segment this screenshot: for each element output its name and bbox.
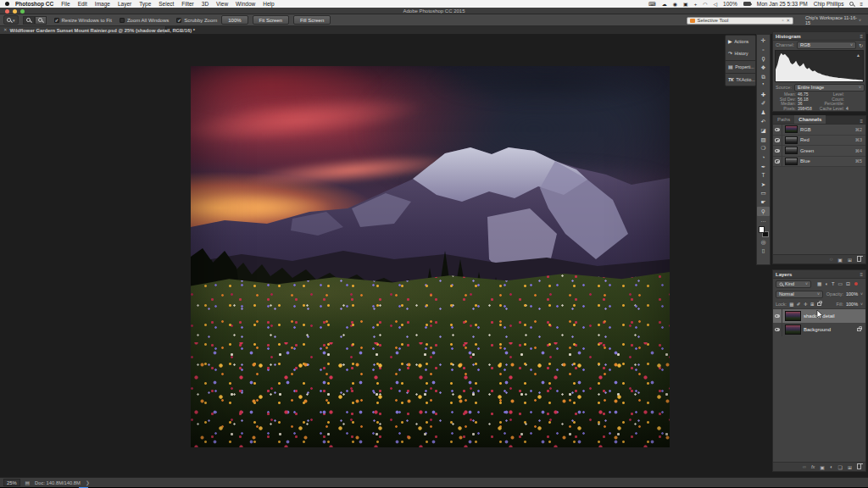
- keyboard-icon[interactable]: ⌨: [648, 2, 656, 7]
- document-canvas[interactable]: [191, 66, 670, 447]
- panel-menu-icon[interactable]: ≡: [860, 272, 863, 277]
- scrubby-zoom-checkbox[interactable]: ✓ Scrubby Zoom: [176, 18, 217, 23]
- channels-tab[interactable]: Channels: [794, 115, 826, 124]
- actions-panel-button[interactable]: ▶ Actions: [726, 36, 755, 47]
- cached-data-warning-icon[interactable]: ▲: [856, 53, 860, 58]
- path-selection-tool[interactable]: ➤: [757, 180, 770, 190]
- opacity-value[interactable]: 100%: [846, 291, 858, 297]
- menu-file[interactable]: File: [61, 1, 70, 7]
- lock-all-icon[interactable]: [817, 302, 821, 306]
- source-select[interactable]: Entire Image˅: [794, 84, 865, 92]
- filter-shape-icon[interactable]: ▭: [838, 281, 843, 286]
- quick-mask-button[interactable]: ◎: [757, 237, 770, 247]
- layer-style-icon[interactable]: fx: [811, 464, 815, 469]
- creative-cloud-icon[interactable]: ◉: [673, 2, 677, 7]
- load-selection-icon[interactable]: ◌: [830, 257, 833, 262]
- filter-adjustment-icon[interactable]: ◐: [825, 281, 828, 286]
- new-channel-icon[interactable]: ⊞: [848, 257, 852, 263]
- dodge-tool[interactable]: ◔: [757, 153, 770, 163]
- filter-type-icon[interactable]: T: [832, 281, 835, 286]
- histogram-graph[interactable]: ▲: [775, 50, 864, 82]
- channel-select[interactable]: RGB˅: [797, 42, 856, 49]
- fill-value[interactable]: 100%: [846, 302, 858, 307]
- paths-tab[interactable]: Paths: [773, 115, 794, 124]
- document-tab[interactable]: ✕ Wildflower Gardern Sunset Mount Rainie…: [0, 26, 166, 34]
- menu-filter[interactable]: Filter: [181, 1, 193, 7]
- visibility-toggle[interactable]: [773, 136, 782, 146]
- document-size-info[interactable]: Doc: 140.8M/140.8M: [35, 480, 81, 485]
- lock-artboard-icon[interactable]: ⊞: [810, 302, 815, 307]
- status-flyout-arrow[interactable]: ❯: [86, 480, 90, 485]
- fit-screen-button[interactable]: Fit Screen: [253, 15, 289, 25]
- layer-row-background[interactable]: Background: [773, 323, 865, 336]
- foreground-color-swatch[interactable]: [759, 226, 765, 233]
- histogram-tab[interactable]: Histogram: [776, 34, 801, 39]
- quick-selection-tool[interactable]: ❖: [757, 64, 770, 73]
- blur-tool[interactable]: ❍: [757, 144, 770, 153]
- menu-edit[interactable]: Edit: [78, 1, 87, 7]
- volume-icon[interactable]: ◁: [713, 2, 717, 7]
- tkactions-panel-button[interactable]: TK TKActio...: [726, 74, 755, 86]
- filter-smart-object-icon[interactable]: ⊡: [846, 281, 850, 286]
- zoom-tool-preset[interactable]: ▾: [3, 15, 19, 25]
- add-mask-icon[interactable]: ▣: [820, 464, 825, 470]
- menu-layer[interactable]: Layer: [118, 1, 131, 7]
- menu-image[interactable]: Image: [95, 1, 110, 7]
- notification-center-icon[interactable]: ≡: [860, 2, 863, 7]
- plus-icon[interactable]: +: [694, 2, 698, 7]
- delete-layer-icon[interactable]: [857, 464, 861, 469]
- layers-tab[interactable]: Layers: [776, 272, 792, 277]
- menu-select[interactable]: Select: [159, 1, 174, 7]
- actual-size-button[interactable]: 100%: [221, 15, 248, 25]
- zoom-tool[interactable]: ⚲: [757, 207, 770, 216]
- visibility-toggle[interactable]: [773, 146, 782, 156]
- marquee-tool[interactable]: ▫: [757, 46, 770, 55]
- link-layers-icon[interactable]: ∞: [803, 464, 806, 469]
- zoom-in-button[interactable]: [23, 16, 35, 25]
- status-menu-icon[interactable]: ▤: [25, 480, 30, 485]
- lock-image-icon[interactable]: ✐: [797, 302, 801, 307]
- menu-view[interactable]: View: [216, 1, 228, 7]
- channel-row-rgb[interactable]: RGB ⌘2: [773, 125, 865, 136]
- clone-stamp-tool[interactable]: ♟: [757, 108, 770, 118]
- move-tool[interactable]: ✛: [757, 36, 770, 46]
- cloud-icon[interactable]: ☁: [662, 2, 667, 7]
- save-selection-icon[interactable]: ▣: [837, 257, 843, 263]
- menu-photoshop[interactable]: Photoshop CC: [15, 1, 53, 7]
- expand-icon[interactable]: ▫: [782, 18, 783, 23]
- workspace-switcher[interactable]: Chip's Workspace 11-16-15 ˅: [804, 17, 863, 25]
- channel-row-red[interactable]: Red ⌘3: [773, 136, 865, 147]
- history-panel-button[interactable]: ↷ History: [726, 47, 755, 59]
- new-layer-icon[interactable]: ⊞: [848, 464, 852, 470]
- layer-thumbnail[interactable]: [785, 324, 801, 335]
- rectangle-tool[interactable]: ▭: [757, 189, 770, 198]
- visibility-toggle[interactable]: [773, 125, 782, 135]
- refresh-icon[interactable]: ↻: [859, 42, 863, 48]
- panel-menu-icon[interactable]: ≡: [860, 34, 863, 39]
- channel-row-blue[interactable]: Blue ⌘5: [773, 157, 865, 168]
- crop-tool[interactable]: ⧉: [757, 72, 770, 81]
- visibility-toggle[interactable]: [773, 323, 782, 336]
- pen-tool[interactable]: ✒: [757, 162, 770, 171]
- wifi-icon[interactable]: ◠: [703, 2, 707, 7]
- new-adjustment-layer-icon[interactable]: ◐: [830, 464, 833, 469]
- properties-panel-button[interactable]: ▤ Properti...: [726, 61, 755, 73]
- brush-tool[interactable]: ✐: [757, 99, 770, 108]
- lock-position-icon[interactable]: ✛: [804, 302, 808, 307]
- close-icon[interactable]: ✕: [786, 18, 790, 23]
- spot-healing-tool[interactable]: ✚: [757, 91, 770, 100]
- new-group-icon[interactable]: ❏: [838, 464, 843, 470]
- visibility-toggle[interactable]: [773, 157, 782, 167]
- spotlight-icon[interactable]: [849, 2, 854, 6]
- visibility-toggle[interactable]: [773, 309, 782, 323]
- menu-user[interactable]: Chip Phillips: [814, 1, 844, 7]
- zoom-all-windows-checkbox[interactable]: Zoom All Windows: [120, 18, 169, 23]
- layer-thumbnail[interactable]: [785, 311, 801, 321]
- fill-screen-button[interactable]: Fill Screen: [293, 15, 331, 25]
- lasso-tool[interactable]: ϙ: [757, 54, 770, 64]
- selective-tool-search-field[interactable]: Selective Tool ▫ ✕: [687, 17, 793, 25]
- filter-pixel-icon[interactable]: ▦: [817, 281, 821, 286]
- edit-toolbar-icon[interactable]: …: [757, 216, 770, 225]
- resize-windows-checkbox[interactable]: ✓ Resize Windows to Fit: [54, 18, 112, 23]
- history-brush-tool[interactable]: ↶: [757, 117, 770, 126]
